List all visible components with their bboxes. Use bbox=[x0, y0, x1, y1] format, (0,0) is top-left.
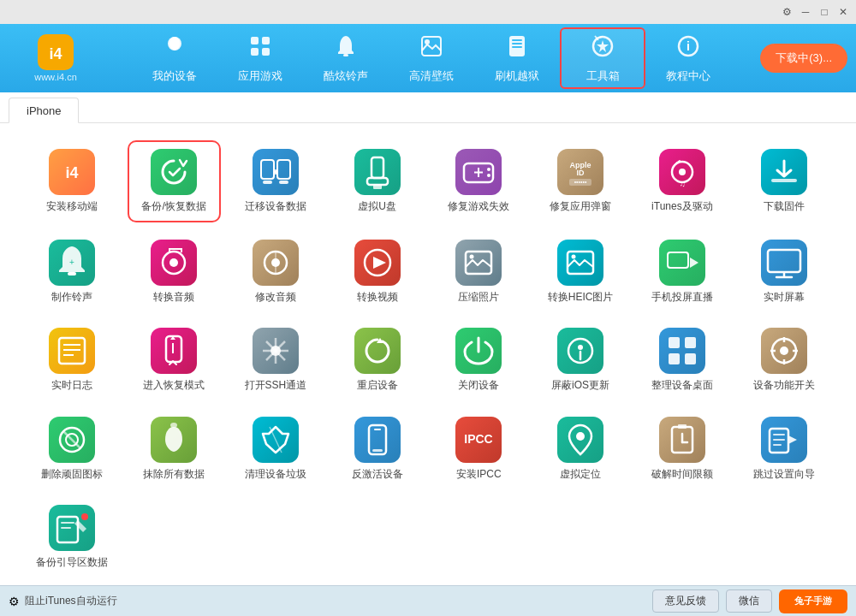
tool-install-ipcc[interactable]: IPCC安装IPCC bbox=[432, 410, 526, 489]
tutorials-nav-icon: i bbox=[675, 33, 701, 65]
nav-bar: 我的设备应用游戏酷炫铃声高清壁纸刷机越狱工具箱i教程中心 bbox=[103, 27, 760, 89]
nav-item-my-device[interactable]: 我的设备 bbox=[132, 27, 217, 89]
realtime-log-icon bbox=[49, 328, 95, 374]
realtime-screen-icon bbox=[761, 240, 807, 286]
apps-games-nav-icon bbox=[247, 33, 273, 65]
organize-desktop-label: 整理设备桌面 bbox=[651, 379, 713, 393]
tool-modify-audio[interactable]: 修改音频 bbox=[229, 233, 323, 311]
tool-fix-app[interactable]: AppleID••••••修复应用弹窗 bbox=[534, 140, 627, 222]
screen-cast-label: 手机投屏直播 bbox=[651, 291, 713, 305]
svg-text:••••••: •••••• bbox=[574, 179, 587, 185]
tool-compress-photo[interactable]: 压缩照片 bbox=[432, 233, 526, 311]
device-features-icon bbox=[761, 328, 807, 374]
skip-settings-label: 跳过设置向导 bbox=[753, 468, 815, 482]
virtual-usb-icon bbox=[354, 149, 401, 195]
tool-break-time-limit[interactable]: 破解时间限额 bbox=[636, 410, 729, 489]
svg-point-88 bbox=[270, 346, 281, 356]
tool-install-mobile[interactable]: i4安装移动端 bbox=[26, 140, 119, 222]
tool-virtual-location[interactable]: 虚拟定位 bbox=[534, 410, 627, 489]
shutdown-device-icon bbox=[455, 328, 502, 374]
nav-item-toolbox[interactable]: 工具箱 bbox=[560, 27, 645, 89]
make-ringtone-label: 制作铃声 bbox=[51, 291, 92, 305]
status-left: ⚙ 阻止iTunes自动运行 bbox=[9, 594, 652, 608]
svg-rect-46 bbox=[771, 179, 797, 182]
clean-junk-icon bbox=[253, 417, 299, 463]
tool-realtime-log[interactable]: 实时日志 bbox=[26, 321, 119, 400]
tool-backup-guide[interactable]: 备份引导区数据 bbox=[26, 498, 119, 577]
erase-all-icon bbox=[151, 417, 197, 463]
virtual-location-label: 虚拟定位 bbox=[560, 468, 601, 482]
block-ios-update-label: 屏蔽iOS更新 bbox=[551, 379, 609, 393]
tool-clean-junk[interactable]: 清理设备垃圾 bbox=[229, 410, 323, 489]
minimize-button[interactable]: ─ bbox=[798, 4, 813, 20]
tool-open-ssh[interactable]: 打开SSH通道 bbox=[229, 321, 323, 400]
open-ssh-icon bbox=[253, 328, 299, 374]
svg-rect-128 bbox=[678, 424, 687, 429]
modify-audio-icon bbox=[253, 240, 299, 286]
tool-device-features[interactable]: 设备功能开关 bbox=[737, 321, 830, 400]
titlebar: ⚙ ─ □ ✕ bbox=[0, 0, 856, 24]
compress-photo-label: 压缩照片 bbox=[458, 291, 499, 305]
tool-organize-desktop[interactable]: 整理设备桌面 bbox=[636, 321, 729, 400]
tool-shutdown-device[interactable]: 关闭设备 bbox=[432, 321, 526, 400]
wechat-button[interactable]: 微信 bbox=[726, 589, 772, 613]
tool-realtime-screen[interactable]: 实时屏幕 bbox=[737, 233, 830, 311]
tool-make-ringtone[interactable]: +制作铃声 bbox=[26, 233, 119, 311]
svg-text:IPCC: IPCC bbox=[465, 432, 493, 446]
settings-button[interactable]: ⚙ bbox=[779, 4, 794, 20]
tool-deactivate[interactable]: 反激活设备 bbox=[330, 410, 424, 489]
fix-game-label: 修复游戏失效 bbox=[448, 200, 509, 214]
tool-delete-stubborn[interactable]: 删除顽固图标 bbox=[26, 410, 119, 489]
erase-all-label: 抹除所有数据 bbox=[143, 468, 205, 482]
install-mobile-icon: i4 bbox=[49, 149, 95, 195]
maximize-button[interactable]: □ bbox=[817, 4, 832, 20]
tool-convert-video[interactable]: 转换视频 bbox=[330, 233, 424, 311]
download-button[interactable]: 下载中(3)... bbox=[760, 44, 847, 73]
tool-migrate-data[interactable]: 迁移设备数据 bbox=[229, 140, 323, 222]
deactivate-label: 反激活设备 bbox=[352, 468, 403, 482]
status-icon: ⚙ bbox=[9, 595, 20, 608]
tool-erase-all[interactable]: 抹除所有数据 bbox=[128, 410, 221, 489]
close-button[interactable]: ✕ bbox=[835, 4, 851, 20]
tool-fix-game[interactable]: 修复游戏失效 bbox=[432, 140, 526, 222]
tool-convert-audio[interactable]: 转换音频 bbox=[128, 233, 221, 311]
delete-stubborn-label: 删除顽固图标 bbox=[41, 468, 103, 482]
svg-rect-60 bbox=[455, 240, 502, 286]
svg-rect-7 bbox=[343, 54, 348, 56]
status-bar: ⚙ 阻止iTunes自动运行 意见反馈 微信 兔子手游 bbox=[0, 585, 856, 616]
header: i4 www.i4.cn 我的设备应用游戏酷炫铃声高清壁纸刷机越狱工具箱i教程中… bbox=[0, 24, 856, 92]
tool-skip-settings[interactable]: 跳过设置向导 bbox=[737, 410, 830, 489]
jailbreak-nav-label: 刷机越狱 bbox=[495, 68, 539, 84]
virtual-location-icon bbox=[557, 417, 603, 463]
nav-item-wallpapers[interactable]: 高清壁纸 bbox=[389, 27, 474, 89]
tab-iphone[interactable]: iPhone bbox=[9, 98, 79, 123]
svg-rect-133 bbox=[773, 434, 785, 435]
compress-photo-icon bbox=[455, 240, 502, 286]
block-ios-update-icon bbox=[557, 328, 603, 374]
reboot-device-icon bbox=[354, 328, 401, 374]
tool-reboot-device[interactable]: 重启设备 bbox=[330, 321, 424, 400]
convert-audio-label: 转换音频 bbox=[153, 291, 194, 305]
tool-virtual-usb[interactable]: 虚拟U盘 bbox=[330, 140, 424, 222]
tool-backup-restore[interactable]: 备份/恢复数据 bbox=[128, 140, 221, 222]
svg-rect-6 bbox=[262, 48, 270, 56]
fix-app-icon: AppleID•••••• bbox=[557, 149, 603, 195]
nav-item-tutorials[interactable]: i教程中心 bbox=[645, 27, 731, 89]
nav-item-apps-games[interactable]: 应用游戏 bbox=[217, 27, 303, 89]
tool-block-ios-update[interactable]: 屏蔽iOS更新 bbox=[534, 321, 627, 400]
nav-item-ringtones[interactable]: 酷炫铃声 bbox=[303, 27, 389, 89]
status-right: 意见反馈 微信 兔子手游 bbox=[652, 589, 847, 613]
tool-recovery-mode[interactable]: 进入恢复模式 bbox=[128, 321, 221, 400]
convert-heic-label: 转换HEIC图片 bbox=[548, 291, 614, 305]
svg-point-43 bbox=[679, 169, 686, 175]
tool-convert-heic[interactable]: 转换HEIC图片 bbox=[534, 233, 627, 311]
tool-screen-cast[interactable]: 手机投屏直播 bbox=[636, 233, 729, 311]
nav-item-jailbreak[interactable]: 刷机越狱 bbox=[474, 27, 560, 89]
feedback-button[interactable]: 意见反馈 bbox=[652, 589, 719, 613]
svg-rect-24 bbox=[279, 181, 288, 184]
svg-text:i4: i4 bbox=[66, 164, 79, 181]
svg-text:i4: i4 bbox=[49, 45, 62, 62]
tool-itunes-drivers[interactable]: ♫iTunes及驱动 bbox=[636, 140, 729, 222]
tool-download-firmware[interactable]: 下载固件 bbox=[737, 140, 830, 222]
realtime-screen-label: 实时屏幕 bbox=[764, 291, 805, 305]
